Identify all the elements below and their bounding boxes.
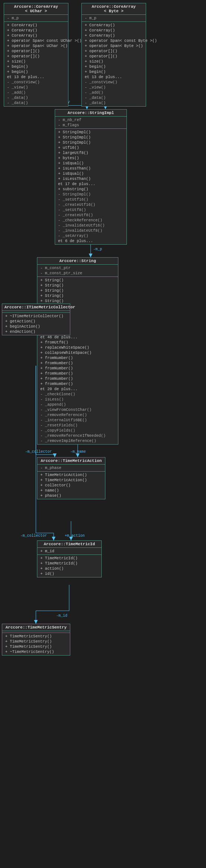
member-arcString-0-0: - m_const_ptr (39, 265, 116, 271)
uml-box-arcString: Arccore::String- m_const_ptr- m_const_pt… (37, 257, 118, 445)
member-stringImpl-1-4: + largeUtf8() (57, 150, 125, 155)
member-arcString-1-0: + String() (39, 278, 116, 283)
member-timeMetricSentry-1-1: + TimeMetricSentry() (4, 639, 68, 644)
member-coreArrayUChar-1-9: + begin() (6, 69, 67, 74)
member-arcString-1-24: - _append() (39, 402, 116, 407)
member-timeMetricSentry-1-2: + TimeMetricSentry() (4, 644, 68, 649)
member-timeMetricId-1-1: + TimeMetricId() (39, 561, 100, 566)
member-arcString-1-26: - _removeReference() (39, 412, 116, 418)
member-stringImpl-1-3: + utf16() (57, 145, 125, 150)
member-coreArrayUChar-1-3: + operator Span< const UChar >() (6, 38, 67, 43)
section-timeMetricId-0: + m_id (37, 548, 101, 555)
member-coreArrayByte-1-4: + operator Span< Byte >() (83, 43, 144, 48)
member-stringImpl-1-15: - _setUtf8() (57, 207, 125, 212)
box-header-coreArrayByte: Arccore::CoreArray< Byte > (82, 3, 146, 15)
member-stringImpl-1-10: et 17 de plus... (57, 181, 125, 187)
member-coreArrayUChar-1-15: - _data() (6, 100, 67, 105)
member-stringImpl-1-6: + isEqual() (57, 161, 125, 166)
member-coreArrayByte-1-10: et 13 de plus... (83, 74, 144, 80)
box-header-arcString: Arccore::String (37, 258, 118, 265)
member-arcString-1-21: et 20 de plus... (39, 386, 116, 392)
section-coreArrayByte-1: + CoreArray()+ CoreArray()+ CoreArray()+… (82, 22, 146, 106)
section-iTimeMetricCollector-1: + ~ITimeMetricCollector()+ getAction()+ … (2, 313, 70, 335)
diagram-container: -m_utf16_array -m_utf8_array -m_p -m_col… (0, 0, 206, 868)
member-arcString-1-27: - _internalUtf16BE() (39, 418, 116, 423)
member-coreArrayUChar-1-4: + operator Span< UChar >() (6, 43, 67, 48)
member-arcString-1-14: + collapseWhiteSpace() (39, 350, 116, 355)
member-arcString-1-17: + fromNumber() (39, 366, 116, 371)
member-arcString-1-16: + fromNumber() (39, 361, 116, 366)
box-header-timeMetricSentry: Arccore::TimeMetricSentry (2, 624, 70, 631)
member-timeMetricSentry-1-0: + TimeMetricSentry() (4, 634, 68, 639)
box-header-timeMetricAction: Arccore::TimeMetricAction (37, 458, 105, 465)
member-coreArrayByte-1-15: - _data() (83, 100, 144, 105)
member-coreArrayByte-0-0: - m_p (83, 16, 144, 21)
member-stringImpl-1-5: + bytes() (57, 155, 125, 161)
section-stringImpl-1: + StringImpl()+ StringImpl()+ StringImpl… (55, 129, 126, 244)
member-timeMetricAction-1-0: + TimeMetricAction() (39, 472, 104, 477)
member-arcString-1-3: + String() (39, 293, 116, 298)
section-timeMetricAction-1: + TimeMetricAction()+ TimeMetricAction()… (37, 472, 105, 499)
label-m-collector-id: -m_collector (20, 534, 47, 538)
member-coreArrayByte-1-13: - _add() (83, 90, 144, 95)
member-stringImpl-1-0: + StringImpl() (57, 130, 125, 135)
member-stringImpl-1-17: - _checkReference() (57, 218, 125, 223)
section-timeMetricAction-0: - m_phase (37, 465, 105, 472)
member-timeMetricId-1-2: + action() (39, 566, 100, 571)
member-timeMetricAction-1-2: + collector() (39, 483, 104, 488)
member-coreArrayUChar-1-2: + CoreArray() (6, 33, 67, 38)
section-stringImpl-0: - m_nb_ref- m_flags (55, 117, 126, 129)
member-timeMetricSentry-1-3: + ~TimeMetricSentry() (4, 649, 68, 654)
member-stringImpl-1-20: - _setArray() (57, 233, 125, 238)
member-stringImpl-1-2: + StringImpl() (57, 140, 125, 145)
member-arcString-1-29: - _copyFields() (39, 428, 116, 433)
member-coreArrayByte-1-7: + size() (83, 59, 144, 64)
member-stringImpl-1-16: - _createUtf8() (57, 212, 125, 218)
member-stringImpl-0-0: - m_nb_ref (57, 117, 125, 123)
member-coreArrayUChar-1-5: + operator[]() (6, 48, 67, 54)
section-arcString-1: + String()+ String()+ String()+ String()… (37, 277, 118, 444)
member-iTimeMetricCollector-1-1: + getAction() (4, 319, 68, 324)
svg-marker-17 (76, 453, 80, 457)
member-arcString-1-1: + String() (39, 283, 116, 288)
member-coreArrayUChar-1-12: - _view() (6, 85, 67, 90)
member-arcString-1-22: - _checkClone() (39, 392, 116, 397)
section-coreArrayByte-0: - m_p (82, 15, 146, 22)
member-timeMetricAction-1-3: + name() (39, 488, 104, 493)
member-coreArrayByte-1-8: + begin() (83, 64, 144, 69)
member-timeMetricId-1-0: + TimeMetricId() (39, 556, 100, 561)
member-coreArrayUChar-1-13: - _add() (6, 90, 67, 95)
label-m-p: -m_p (93, 247, 102, 251)
member-coreArrayUChar-1-1: + CoreArray() (6, 28, 67, 33)
label-m-id: -m_id (56, 614, 67, 618)
member-timeMetricId-1-3: + id() (39, 571, 100, 576)
section-coreArrayUChar-0: - m_p (4, 15, 68, 22)
box-header-stringImpl: Arccore::StringImpl (55, 110, 126, 117)
member-coreArrayUChar-1-14: - _data() (6, 95, 67, 100)
member-timeMetricAction-1-1: + TimeMetricAction() (39, 477, 104, 483)
member-coreArrayByte-1-9: + begin() (83, 69, 144, 74)
section-arcString-0: - m_const_ptr- m_const_ptr_size (37, 265, 118, 277)
member-stringImpl-1-7: + isLessThan() (57, 166, 125, 171)
member-stringImpl-1-11: + substring() (57, 187, 125, 192)
member-coreArrayUChar-1-11: - _constView() (6, 80, 67, 85)
member-arcString-1-28: - _resetFields() (39, 423, 116, 428)
member-arcString-0-1: - m_const_ptr_size (39, 271, 116, 276)
member-arcString-1-11: et 46 de plus... (39, 335, 116, 340)
member-coreArrayByte-1-5: + operator[]() (83, 48, 144, 54)
section-timeMetricId-1: + TimeMetricId()+ TimeMetricId()+ action… (37, 555, 101, 577)
member-arcString-1-15: + fromNumber() (39, 355, 116, 361)
member-stringImpl-1-18: - _invalidateUtf16() (57, 223, 125, 228)
uml-box-timeMetricAction: Arccore::TimeMetricAction- m_phase+ Time… (37, 457, 105, 499)
member-timeMetricAction-1-4: + phase() (39, 493, 104, 498)
uml-box-stringImpl: Arccore::StringImpl- m_nb_ref- m_flags+ … (55, 109, 127, 245)
member-coreArrayByte-1-0: + CoreArray() (83, 23, 144, 28)
member-coreArrayUChar-1-8: + begin() (6, 64, 67, 69)
member-timeMetricId-0-0: + m_id (39, 549, 100, 554)
section-coreArrayUChar-1: + CoreArray()+ CoreArray()+ CoreArray()+… (4, 22, 68, 106)
member-coreArrayUChar-1-6: + operator[]() (6, 54, 67, 59)
member-coreArrayUChar-0-0: - m_p (6, 16, 67, 21)
member-arcString-1-23: - isLess() (39, 397, 116, 402)
uml-box-iTimeMetricCollector: Arccore::ITimeMetricCollector+ ~ITimeMet… (2, 304, 70, 335)
box-header-iTimeMetricCollector: Arccore::ITimeMetricCollector (2, 304, 70, 311)
